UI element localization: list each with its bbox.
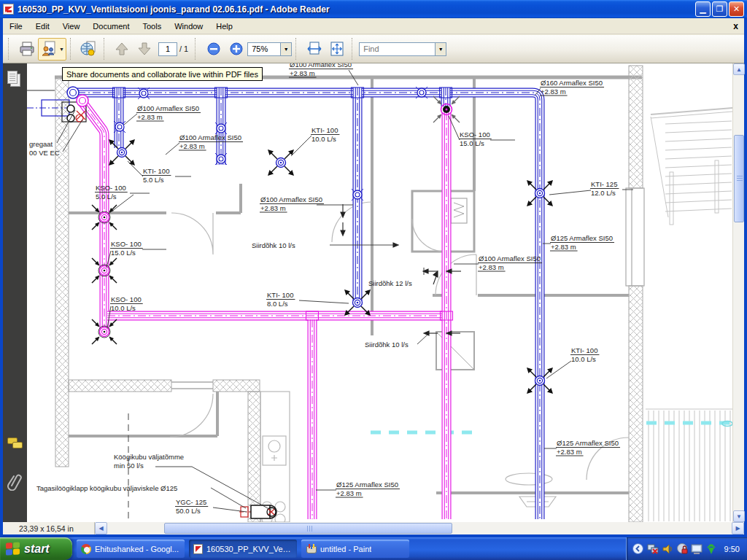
- menu-tools[interactable]: Tools: [136, 20, 169, 33]
- menu-document[interactable]: Document: [86, 20, 136, 33]
- network-offline-icon[interactable]: [647, 543, 659, 555]
- page-up-icon: [114, 41, 130, 57]
- drawing-label: Ø100 Armaflex SI50: [260, 195, 322, 203]
- drawing-label: KTI- 100: [267, 291, 293, 299]
- vertical-scrollbar[interactable]: ▲ ▼: [732, 63, 744, 522]
- document-canvas[interactable]: Ø100 Armaflex SI50+2.83 mØ160 Armaflex S…: [27, 63, 732, 522]
- zoom-in-button[interactable]: [225, 38, 247, 61]
- task-button-browser[interactable]: Ehitushanked - Googl...: [77, 540, 185, 558]
- paint-icon: [306, 544, 317, 553]
- drawing-label: 00 VE EC: [29, 149, 60, 157]
- start-button[interactable]: start: [0, 537, 72, 560]
- adobe-reader-window: 160530_PP_KVV_Ventilatsiooni joonis_para…: [0, 0, 747, 537]
- zoom-level-field[interactable]: 75%: [247, 42, 281, 56]
- horizontal-scroll-thumb[interactable]: [164, 523, 452, 534]
- print-button[interactable]: [15, 38, 38, 61]
- security-alert-icon[interactable]: [676, 543, 688, 555]
- scroll-left-button[interactable]: ◀: [95, 522, 107, 534]
- volume-icon[interactable]: [662, 543, 673, 555]
- zoom-out-button[interactable]: [202, 38, 225, 61]
- drawing-label: 15.0 L/s: [111, 249, 136, 257]
- page-number-input[interactable]: [158, 42, 177, 56]
- drawing-label: +2.83 m: [179, 142, 205, 150]
- windows-taskbar: start Ehitushanked - Googl... 160530_PP_…: [0, 537, 747, 560]
- previous-page-button[interactable]: [111, 38, 133, 61]
- toolbar-separator: [352, 38, 357, 60]
- system-tray: 9:50: [626, 537, 747, 560]
- drawing-label: 50.0 L/s: [176, 507, 201, 515]
- task-button-adobe-reader[interactable]: 160530_PP_KVV_Ven...: [189, 540, 297, 558]
- task-label: 160530_PP_KVV_Ven...: [206, 545, 293, 553]
- horizontal-scrollbar[interactable]: ◀ ▶: [95, 522, 744, 534]
- find-dropdown-icon[interactable]: ▼: [436, 42, 446, 56]
- toolbar-grip: [8, 38, 13, 60]
- pdf-icon: [193, 544, 203, 554]
- restore-button[interactable]: ❐: [712, 1, 727, 17]
- label-leader-line: [549, 190, 591, 195]
- menu-file[interactable]: File: [3, 20, 29, 33]
- drawing-label: KTI- 125: [591, 180, 617, 188]
- drawing-label: 10.0 L/s: [571, 355, 596, 363]
- exterior-deck-pergola: [646, 108, 732, 521]
- drawing-label: KSO- 100: [111, 240, 142, 248]
- drawing-label: Siirdõhk 10 l/s: [365, 341, 409, 349]
- wireless-network-icon[interactable]: [705, 543, 717, 555]
- scroll-right-button[interactable]: ▶: [732, 522, 744, 534]
- comments-panel-icon[interactable]: [7, 438, 23, 449]
- fit-page-icon: [329, 41, 345, 57]
- start-label: start: [24, 542, 50, 556]
- drawing-label: min 50 l/s: [114, 462, 144, 470]
- menu-window[interactable]: Window: [168, 20, 209, 33]
- drawing-label: +2.83 m: [479, 263, 504, 271]
- task-label: Ehitushanked - Googl...: [95, 545, 179, 553]
- vertical-scroll-thumb[interactable]: [734, 135, 744, 222]
- fit-width-icon: [306, 41, 322, 57]
- drawing-label: 8.0 L/s: [267, 300, 288, 308]
- hide-icons-chevron[interactable]: [632, 543, 644, 555]
- minimize-button[interactable]: ▁: [695, 1, 711, 17]
- drawing-label: 15.0 L/s: [460, 139, 484, 147]
- zoom-level-value: 75%: [252, 44, 268, 53]
- attachments-panel-icon[interactable]: [7, 472, 22, 494]
- display-settings-icon[interactable]: [691, 543, 703, 555]
- drawing-label: +2.83 m: [336, 489, 362, 497]
- task-label: untitled - Paint: [320, 545, 371, 553]
- task-button-paint[interactable]: untitled - Paint: [301, 540, 409, 558]
- drawing-label: KTI- 100: [311, 126, 338, 134]
- menu-view[interactable]: View: [56, 20, 87, 33]
- drawing-label: +2.83 m: [551, 243, 576, 251]
- globe-document-icon: [80, 40, 97, 58]
- label-leader-line: [166, 143, 179, 155]
- navigation-panel: [3, 63, 27, 522]
- zoom-dropdown-icon[interactable]: ▼: [281, 42, 292, 56]
- drawing-label: 10.0 L/s: [111, 304, 136, 312]
- create-pdf-online-button[interactable]: [77, 38, 100, 61]
- close-document-icon[interactable]: x: [727, 21, 744, 31]
- collaborate-button[interactable]: ▼: [38, 38, 66, 61]
- fit-page-button[interactable]: [325, 38, 348, 61]
- drawing-label: Ø125 Armaflex SI50: [551, 234, 613, 242]
- scroll-down-button[interactable]: ▼: [733, 510, 745, 522]
- next-page-button[interactable]: [133, 38, 156, 61]
- label-leader-line: [417, 335, 427, 344]
- status-bar: 23,39 x 16,54 in ◀ ▶: [3, 522, 744, 534]
- paperclip-icon: [7, 472, 22, 491]
- label-leader-line: [291, 136, 311, 156]
- menu-edit[interactable]: Edit: [29, 20, 56, 33]
- toolbar: ▼ / 1: [3, 35, 744, 63]
- find-input[interactable]: [359, 42, 436, 56]
- fit-width-button[interactable]: [303, 38, 325, 61]
- drawing-label: 5.0 L/s: [143, 176, 164, 184]
- scroll-up-button[interactable]: ▲: [733, 63, 745, 75]
- menu-help[interactable]: Help: [209, 20, 239, 33]
- printer-icon: [18, 40, 36, 58]
- close-button[interactable]: ✕: [729, 1, 744, 17]
- drawing-label: YGC- 125: [176, 498, 206, 506]
- drawing-label: Ø125 Armaflex SI50: [557, 439, 619, 447]
- drawing-label: 10.0 L/s: [311, 135, 336, 143]
- drawing-label: Ø160 Armaflex SI50: [541, 79, 603, 87]
- pages-panel-icon[interactable]: [7, 71, 22, 88]
- drawing-label: KSO- 100: [460, 131, 490, 139]
- collaborate-dropdown-icon[interactable]: ▼: [59, 47, 64, 52]
- zoom-in-icon: [229, 42, 244, 56]
